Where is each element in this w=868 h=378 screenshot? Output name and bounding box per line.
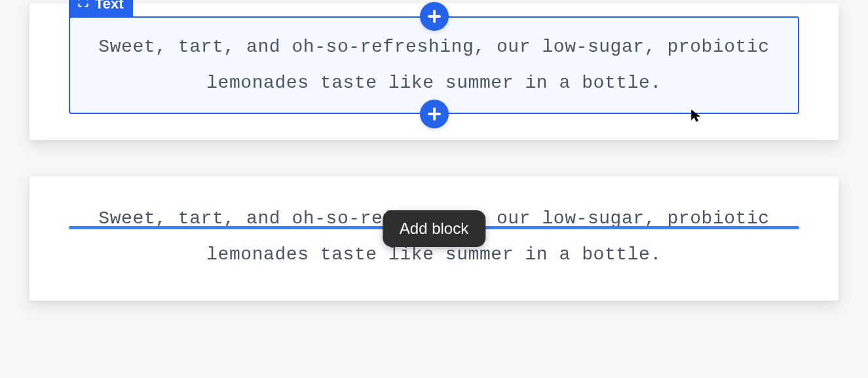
editor-card-insertion: Add block Sweet, tart, and oh-so-refresh…	[29, 176, 839, 301]
block-label-tab[interactable]: Text	[69, 0, 133, 18]
add-block-tooltip: Add block	[383, 210, 485, 247]
editor-card-selected: Text Sweet, tart, and oh-so-refreshing, …	[29, 3, 839, 140]
add-block-below-button[interactable]	[420, 100, 449, 128]
add-block-above-button[interactable]	[420, 2, 449, 31]
block-label-text: Text	[95, 0, 124, 12]
focus-icon	[77, 0, 90, 12]
text-block-selected[interactable]: Text Sweet, tart, and oh-so-refreshing, …	[69, 16, 799, 114]
block-content-text[interactable]: Sweet, tart, and oh-so-refreshing, our l…	[88, 29, 780, 101]
